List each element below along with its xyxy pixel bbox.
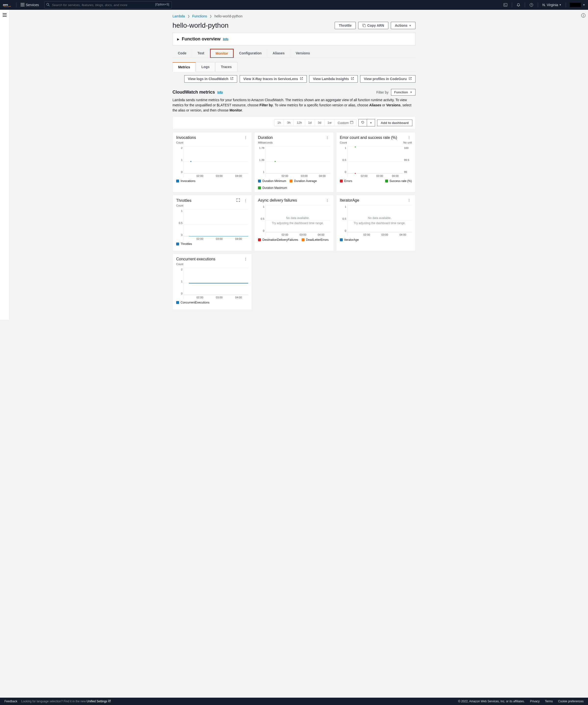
account-indicator[interactable] xyxy=(570,3,581,7)
cloudwatch-info-link[interactable]: Info xyxy=(217,91,223,94)
view-xray-traces-button[interactable]: View X-Ray traces in ServiceLens xyxy=(240,75,307,83)
y-axis: 2 1 0 xyxy=(176,145,183,177)
svg-rect-7 xyxy=(21,6,21,6)
breadcrumb-lambda[interactable]: Lambda xyxy=(173,14,185,18)
subtab-logs[interactable]: Logs xyxy=(196,62,215,72)
kebab-menu-icon[interactable]: ⋮ xyxy=(406,135,412,140)
overview-info-link[interactable]: Info xyxy=(223,38,228,41)
disclosure-triangle-icon: ▶ xyxy=(177,38,179,41)
function-overview-panel: ▶ Function overview Info xyxy=(173,33,415,45)
legend: Duration Minimum Duration Average Durati… xyxy=(258,179,330,190)
throttle-button[interactable]: Throttle xyxy=(335,22,356,29)
cloudwatch-description: Lambda sends runtime metrics for your fu… xyxy=(173,97,413,113)
svg-line-11 xyxy=(48,5,49,6)
kebab-menu-icon[interactable]: ⋮ xyxy=(325,198,330,203)
range-1h[interactable]: 1h xyxy=(274,120,284,126)
svg-point-25 xyxy=(583,14,584,15)
hamburger-icon[interactable] xyxy=(3,13,7,320)
info-icon[interactable] xyxy=(581,13,586,320)
overview-toggle[interactable]: ▶ Function overview Info xyxy=(177,37,411,42)
tab-code[interactable]: Code xyxy=(173,49,192,57)
help-icon[interactable]: ? xyxy=(527,0,536,10)
y-axis: 2 1 0 xyxy=(176,267,183,299)
divider xyxy=(16,2,16,7)
card-title: IteratorAge xyxy=(340,198,359,202)
copy-arn-button[interactable]: Copy ARN xyxy=(358,22,388,29)
range-12h[interactable]: 12h xyxy=(294,120,305,126)
tab-monitor[interactable]: Monitor xyxy=(210,49,234,58)
refresh-dropdown-button[interactable]: ▼ xyxy=(367,119,375,127)
svg-point-10 xyxy=(47,3,49,5)
range-3h[interactable]: 3h xyxy=(284,120,293,126)
card-title: Concurrent executions xyxy=(176,257,215,262)
external-link-icon xyxy=(300,77,303,81)
svg-rect-2 xyxy=(22,3,23,4)
unit-label: Count xyxy=(176,204,183,207)
unit-label: Milliseconds xyxy=(258,141,273,144)
external-link-icon xyxy=(409,77,412,81)
external-link-icon xyxy=(230,77,233,81)
chart-plot: 02:00 03:00 04:00 xyxy=(183,145,248,177)
calendar-icon xyxy=(350,121,353,125)
actions-dropdown[interactable]: Actions ▼ xyxy=(391,22,415,29)
kebab-menu-icon[interactable]: ⋮ xyxy=(243,257,248,262)
filter-by-dropdown[interactable]: Function ▼ xyxy=(391,89,415,96)
cloudshell-icon[interactable] xyxy=(501,0,510,10)
range-1d[interactable]: 1d xyxy=(305,120,315,126)
throttles-card: Throttles ⋮ Count 1 0.5 0 xyxy=(173,195,252,251)
unit-label: Count xyxy=(176,141,183,144)
kebab-menu-icon[interactable]: ⋮ xyxy=(243,198,248,203)
tab-test[interactable]: Test xyxy=(192,49,210,57)
info-panel-toggle xyxy=(579,10,588,320)
kebab-menu-icon[interactable]: ⋮ xyxy=(243,135,248,140)
kebab-menu-icon[interactable]: ⋮ xyxy=(406,198,412,203)
view-logs-cloudwatch-button[interactable]: View logs in CloudWatch xyxy=(184,75,237,83)
subtab-traces[interactable]: Traces xyxy=(215,62,237,72)
legend: Errors Success rate (%) xyxy=(340,179,412,183)
no-data-message: No data available. xyxy=(266,216,330,220)
breadcrumb-functions[interactable]: Functions xyxy=(192,14,207,18)
svg-rect-26 xyxy=(583,15,584,17)
legend: DestinationDeliveryFailures DeadLetterEr… xyxy=(258,238,330,241)
view-codeguru-profiles-button[interactable]: View profiles in CodeGuru xyxy=(360,75,415,83)
tab-aliases[interactable]: Aliases xyxy=(267,49,290,57)
overview-title: Function overview xyxy=(182,37,221,42)
tab-versions[interactable]: Versions xyxy=(290,49,315,57)
unit-label-left: Count xyxy=(340,141,347,144)
legend: IteratorAge xyxy=(340,238,412,241)
search-input[interactable] xyxy=(44,1,172,9)
duration-card: Duration ⋮ Milliseconds 1.78 1.39 1 xyxy=(254,132,334,192)
services-label: Services xyxy=(26,3,39,7)
kebab-menu-icon[interactable]: ⋮ xyxy=(325,135,330,140)
add-to-dashboard-button[interactable]: Add to dashboard xyxy=(377,120,412,126)
card-title: Duration xyxy=(258,136,273,140)
search-icon xyxy=(46,3,50,7)
notifications-icon[interactable] xyxy=(514,0,523,10)
title-row: hello-world-python Throttle Copy ARN Act… xyxy=(173,21,415,30)
time-range-group: 1h 3h 12h 1d 3d 1w Custom xyxy=(274,119,357,126)
card-title: Invocations xyxy=(176,136,196,140)
subtab-metrics[interactable]: Metrics xyxy=(173,62,196,72)
chart-plot: 02:00 03:00 04:00 xyxy=(183,267,248,299)
refresh-button[interactable] xyxy=(358,119,367,127)
chart-plot: 02:00 03:00 04:00 xyxy=(347,145,403,177)
monitor-subtabs: Metrics Logs Traces xyxy=(173,62,415,72)
svg-rect-12 xyxy=(504,3,507,6)
error-rate-card: Error count and success rate (%) ⋮ Count… xyxy=(336,132,415,192)
view-lambda-insights-button[interactable]: View Lambda Insights xyxy=(309,75,358,83)
caret-down-icon: ▼ xyxy=(370,122,372,124)
range-1w[interactable]: 1w xyxy=(325,120,335,126)
chart-plot: No data available. Try adjusting the das… xyxy=(347,204,412,236)
breadcrumb-current: hello-world-python xyxy=(214,14,242,18)
async-failures-card: Async delivery failures ⋮ 1 0.5 0 No dat… xyxy=(254,195,334,251)
expand-icon[interactable] xyxy=(235,198,241,203)
range-3d[interactable]: 3d xyxy=(315,120,324,126)
region-selector[interactable]: N. Virginia ▼ xyxy=(540,3,564,7)
caret-down-icon: ▼ xyxy=(409,24,411,27)
aws-logo[interactable]: aws xyxy=(3,3,14,7)
services-menu-button[interactable]: Services xyxy=(18,2,41,8)
tab-configuration[interactable]: Configuration xyxy=(234,49,267,57)
iterator-age-card: IteratorAge ⋮ 1 0.5 0 No data available. xyxy=(336,195,415,251)
range-custom[interactable]: Custom xyxy=(335,120,356,126)
refresh-icon xyxy=(361,121,365,125)
